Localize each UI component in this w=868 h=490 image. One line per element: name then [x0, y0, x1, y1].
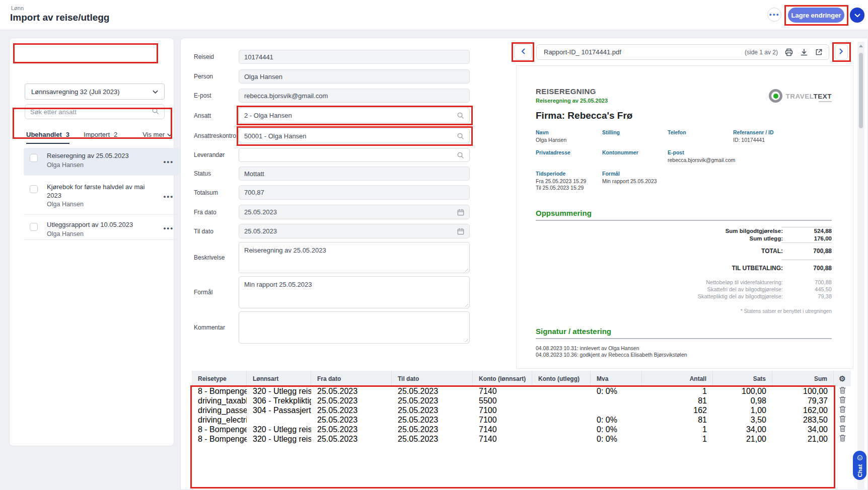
- table-row[interactable]: 8 - Bompenger320 - Utlegg reise25.05.202…: [192, 386, 851, 396]
- table-cell[interactable]: 8 - Bompenger: [192, 425, 247, 434]
- table-row[interactable]: 8 - Bompenger320 - Utlegg reise25.05.202…: [192, 434, 851, 444]
- field-beskrivelse[interactable]: Reiseregning av 25.05.2023: [239, 242, 470, 273]
- table-cell[interactable]: 100,00: [772, 386, 834, 396]
- field-ansatt[interactable]: 2 - Olga Hansen: [239, 108, 470, 123]
- field-fra-dato[interactable]: 25.05.2023: [239, 205, 470, 219]
- scrollbar-thumb[interactable]: [859, 53, 863, 128]
- table-cell[interactable]: 304 - Passasjertil: [247, 405, 311, 415]
- table-cell[interactable]: 21,00: [772, 434, 834, 444]
- table-cell[interactable]: driving_electricc: [192, 415, 247, 425]
- table-cell[interactable]: 1: [642, 386, 713, 396]
- table-cell[interactable]: 81: [642, 396, 713, 405]
- table-cell[interactable]: driving_taxable_: [192, 396, 247, 405]
- table-cell[interactable]: 25.05.2023: [311, 415, 392, 425]
- table-cell[interactable]: 34,00: [772, 425, 834, 434]
- table-cell[interactable]: 0: 0%: [591, 425, 642, 434]
- table-cell[interactable]: 100,00: [713, 386, 772, 396]
- field-kommentar[interactable]: [239, 311, 470, 344]
- table-cell[interactable]: [532, 434, 591, 444]
- trash-icon[interactable]: [839, 434, 846, 444]
- table-cell[interactable]: 25.05.2023: [392, 425, 473, 434]
- table-cell[interactable]: [532, 405, 591, 415]
- trash-icon[interactable]: [839, 386, 846, 396]
- list-item[interactable]: Kjørebok for første halvdel av mai 2023O…: [24, 179, 180, 215]
- table-row[interactable]: driving_electricc25.05.202325.05.2023710…: [192, 415, 851, 425]
- item-menu-button[interactable]: ●●●: [163, 226, 174, 231]
- save-button[interactable]: Lagre endringer: [788, 8, 844, 23]
- field-til-dato[interactable]: 25.05.2023: [239, 224, 470, 238]
- field-ansattreskontro[interactable]: 50001 - Olga Hansen: [239, 128, 470, 143]
- payroll-period-select[interactable]: Lønnsavregning 32 (Juli 2023): [25, 84, 165, 100]
- save-options-button[interactable]: [850, 8, 864, 23]
- tab-vis-mer[interactable]: Vis mer: [142, 131, 172, 138]
- trash-icon[interactable]: [839, 415, 846, 425]
- list-item[interactable]: Reiseregning av 25.05.2023Olga Hansen●●●: [24, 148, 180, 176]
- item-menu-button[interactable]: ●●●: [163, 159, 174, 165]
- calendar-icon[interactable]: [457, 209, 464, 216]
- table-cell[interactable]: 25.05.2023: [392, 396, 473, 405]
- table-cell[interactable]: 320 - Utlegg reise: [247, 425, 311, 434]
- trash-icon[interactable]: [839, 405, 846, 415]
- table-cell[interactable]: 5500: [473, 396, 532, 405]
- table-cell[interactable]: 25.05.2023: [392, 434, 473, 444]
- download-icon[interactable]: [800, 48, 808, 56]
- scroll-up-icon[interactable]: [859, 45, 863, 47]
- table-cell[interactable]: 25.05.2023: [392, 415, 473, 425]
- table-cell[interactable]: 0,98: [713, 396, 772, 405]
- table-cell[interactable]: 306 - Trekkpliktig: [247, 396, 311, 405]
- table-row[interactable]: driving_passeng304 - Passasjertil25.05.2…: [192, 405, 851, 415]
- table-cell[interactable]: 7100: [473, 415, 532, 425]
- table-cell[interactable]: driving_passeng: [192, 405, 247, 415]
- table-row[interactable]: 8 - Bompenger320 - Utlegg reise25.05.202…: [192, 425, 851, 434]
- table-cell[interactable]: 25.05.2023: [311, 425, 392, 434]
- search-icon[interactable]: [457, 132, 464, 140]
- report-checkbox[interactable]: [30, 154, 38, 162]
- pdf-next-page-button[interactable]: [835, 44, 848, 60]
- open-external-icon[interactable]: [815, 48, 823, 56]
- table-cell[interactable]: 25.05.2023: [392, 386, 473, 396]
- table-cell[interactable]: [532, 396, 591, 405]
- table-cell[interactable]: [591, 396, 642, 405]
- search-icon[interactable]: [457, 112, 464, 119]
- more-actions-button[interactable]: ●●●: [767, 8, 781, 22]
- table-cell[interactable]: 25.05.2023: [311, 434, 392, 444]
- table-cell[interactable]: 162: [642, 405, 713, 415]
- table-cell[interactable]: 25.05.2023: [392, 405, 473, 415]
- table-cell[interactable]: 7100: [473, 405, 532, 415]
- employee-search-input[interactable]: [30, 108, 152, 116]
- table-cell[interactable]: 1: [642, 425, 713, 434]
- table-cell[interactable]: 8 - Bompenger: [192, 386, 247, 396]
- pdf-prev-page-button[interactable]: [514, 44, 532, 60]
- table-cell[interactable]: 1,00: [713, 405, 772, 415]
- table-cell[interactable]: 1: [642, 434, 713, 444]
- tab-importert[interactable]: Importert2: [84, 131, 117, 143]
- tab-ubehandlet[interactable]: Ubehandlet3: [26, 131, 69, 144]
- table-cell[interactable]: 162,00: [772, 405, 834, 415]
- calendar-icon[interactable]: [457, 228, 464, 235]
- chat-button[interactable]: Chat: [853, 451, 866, 480]
- item-menu-button[interactable]: ●●●: [163, 194, 174, 199]
- table-cell[interactable]: 81: [642, 415, 713, 425]
- table-cell[interactable]: 7140: [473, 425, 532, 434]
- search-icon[interactable]: [457, 151, 464, 159]
- field-form-l[interactable]: Min rapport 25.05.2023: [239, 276, 470, 308]
- table-cell[interactable]: 34,00: [713, 425, 772, 434]
- table-cell[interactable]: 7140: [473, 386, 532, 396]
- table-cell[interactable]: 25.05.2023: [311, 405, 392, 415]
- table-cell[interactable]: 21,00: [713, 434, 772, 444]
- list-item[interactable]: Utleggsrapport av 10.05.2023Olga Hansen●…: [24, 217, 180, 240]
- table-cell[interactable]: 8 - Bompenger: [192, 434, 247, 444]
- table-cell[interactable]: 25.05.2023: [311, 396, 392, 405]
- report-checkbox[interactable]: [30, 185, 38, 193]
- trash-icon[interactable]: [839, 425, 846, 434]
- table-cell[interactable]: 0: 0%: [591, 434, 642, 444]
- gear-icon[interactable]: ⚙: [839, 374, 845, 383]
- table-cell[interactable]: 7140: [473, 434, 532, 444]
- table-cell[interactable]: 0: 0%: [591, 415, 642, 425]
- table-cell[interactable]: 283,50: [772, 415, 834, 425]
- trash-icon[interactable]: [839, 396, 846, 405]
- table-cell[interactable]: [532, 425, 591, 434]
- table-cell[interactable]: 25.05.2023: [311, 386, 392, 396]
- report-checkbox[interactable]: [30, 223, 38, 231]
- table-cell[interactable]: 320 - Utlegg reise: [247, 386, 311, 396]
